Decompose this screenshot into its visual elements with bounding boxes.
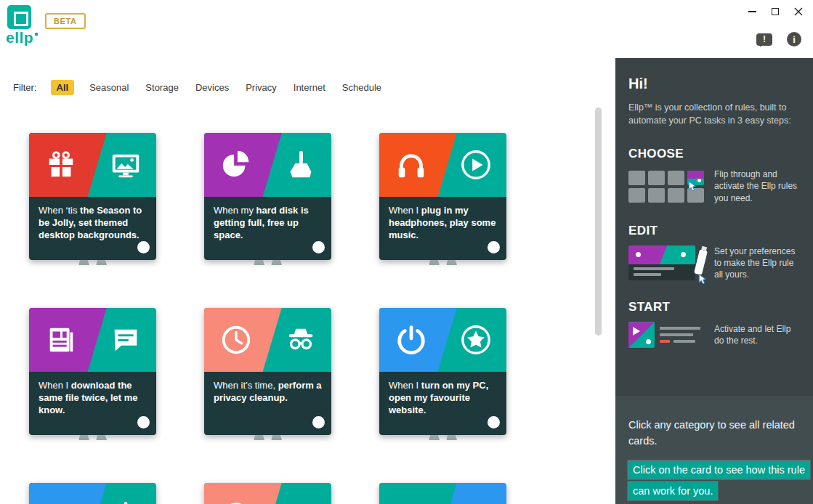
tip-card: Click on the card to see how this rule c… bbox=[628, 460, 810, 502]
sidebar-tip-panel: Click any category to see all related ca… bbox=[615, 396, 813, 504]
ellp-logo-icon bbox=[7, 5, 31, 29]
filter-tab-seasonal[interactable]: Seasonal bbox=[88, 80, 130, 95]
monitor-icon bbox=[109, 148, 142, 182]
filter-tab-privacy[interactable]: Privacy bbox=[244, 80, 278, 95]
step-start: Activate and let Ellp do the rest. bbox=[628, 322, 800, 348]
highlighted-tile bbox=[687, 171, 704, 185]
card-tabs bbox=[254, 260, 282, 265]
mini-card bbox=[628, 245, 695, 280]
filter-tab-schedule[interactable]: Schedule bbox=[341, 80, 383, 95]
gift-icon bbox=[44, 148, 78, 182]
step-title-choose: CHOOSE bbox=[628, 147, 800, 161]
card-description: When my hard disk is getting full, free … bbox=[204, 197, 331, 260]
news-icon bbox=[44, 323, 78, 357]
window-controls bbox=[740, 3, 810, 20]
card-toggle-dot[interactable] bbox=[488, 241, 500, 253]
card-tabs bbox=[78, 260, 107, 265]
filter-tab-internet[interactable]: Internet bbox=[292, 80, 327, 95]
mini-rule-tile bbox=[628, 322, 655, 348]
rule-card-free-disk-space[interactable]: When my hard disk is getting full, free … bbox=[204, 133, 331, 260]
scrollbar-thumb[interactable] bbox=[595, 107, 602, 336]
card-illustration bbox=[379, 133, 506, 197]
headphones-icon bbox=[395, 148, 428, 182]
card-description: When I plug in my headphones, play some … bbox=[379, 197, 506, 260]
beta-badge: BETA bbox=[45, 13, 86, 29]
star-icon bbox=[459, 323, 493, 357]
feedback-icon[interactable] bbox=[756, 33, 772, 46]
power-icon bbox=[395, 323, 428, 357]
card-tabs bbox=[429, 435, 457, 440]
rule-card-privacy-cleanup[interactable]: When it’s time, perform a privacy cleanu… bbox=[204, 308, 331, 435]
card-description: When I download the same file twice, let… bbox=[29, 372, 156, 435]
play-icon bbox=[459, 148, 493, 182]
card-illustration bbox=[29, 308, 156, 372]
step-text-edit: Set your preferences to make the Ellp ru… bbox=[714, 245, 800, 281]
filter-label: Filter: bbox=[13, 82, 37, 93]
start-card-illustration bbox=[628, 322, 705, 348]
card-toggle-dot[interactable] bbox=[312, 241, 325, 253]
card-illustration bbox=[29, 133, 156, 197]
rule-card-grid: When ‘tis the Season to be Jolly, set th… bbox=[29, 133, 506, 504]
cursor-icon bbox=[687, 181, 698, 192]
chat-icon bbox=[109, 323, 142, 357]
download-icon bbox=[109, 498, 142, 504]
fast-forward-icon bbox=[459, 498, 493, 504]
minimize-button[interactable] bbox=[740, 3, 764, 20]
tip-category: Click any category to see all related ca… bbox=[628, 418, 800, 450]
close-button[interactable] bbox=[787, 3, 810, 20]
info-icon[interactable] bbox=[787, 32, 801, 46]
filter-tab-all[interactable]: All bbox=[51, 80, 75, 95]
brand-name: ellp bbox=[6, 29, 38, 46]
broom-icon bbox=[284, 148, 317, 182]
list-icon bbox=[44, 498, 78, 504]
speaker-icon bbox=[395, 498, 428, 504]
rule-card-duplicate-download[interactable]: When I download the same file twice, let… bbox=[29, 308, 156, 435]
rule-card-headphones-music[interactable]: When I plug in my headphones, play some … bbox=[379, 133, 506, 260]
sidebar-steps-panel: Hi! Ellp™ is your collection of rules, b… bbox=[615, 58, 813, 348]
app-header: ellp BETA bbox=[0, 0, 813, 58]
card-illustration bbox=[204, 308, 331, 372]
step-title-edit: EDIT bbox=[628, 224, 800, 238]
card-illustration bbox=[29, 483, 156, 504]
rule-card-partial-1[interactable] bbox=[29, 483, 156, 504]
card-toggle-dot[interactable] bbox=[488, 416, 500, 428]
rule-card-favourite-website[interactable]: When I turn on my PC, open my favourite … bbox=[379, 308, 506, 435]
cursor-icon bbox=[697, 274, 708, 285]
sidebar-intro: Ellp™ is your collection of rules, built… bbox=[628, 101, 800, 127]
maximize-button[interactable] bbox=[764, 3, 787, 20]
choose-grid-illustration bbox=[628, 171, 705, 203]
filter-bar: Filter: All Seasonal Storage Devices Pri… bbox=[13, 80, 383, 95]
card-illustration bbox=[204, 133, 331, 197]
card-illustration bbox=[204, 483, 331, 504]
filter-tab-storage[interactable]: Storage bbox=[144, 80, 180, 95]
card-illustration bbox=[379, 308, 506, 372]
edit-card-illustration bbox=[628, 245, 705, 280]
card-toggle-dot[interactable] bbox=[137, 241, 150, 253]
card-toggle-dot[interactable] bbox=[312, 416, 325, 428]
card-tabs bbox=[254, 435, 282, 440]
card-description: When I turn on my PC, open my favourite … bbox=[379, 372, 506, 435]
card-tabs bbox=[78, 435, 107, 440]
rule-card-partial-3[interactable] bbox=[379, 483, 506, 504]
ring-icon bbox=[219, 498, 253, 504]
header-icons bbox=[756, 32, 801, 46]
arrow-up-icon bbox=[284, 498, 317, 504]
rule-card-seasonal-backgrounds[interactable]: When ‘tis the Season to be Jolly, set th… bbox=[29, 133, 156, 260]
card-description: When ‘tis the Season to be Jolly, set th… bbox=[29, 197, 156, 260]
sidebar-greeting: Hi! bbox=[628, 76, 800, 92]
step-choose: Flip through and activate the Ellp rules… bbox=[628, 168, 800, 204]
clock-icon bbox=[219, 323, 253, 357]
card-toggle-dot[interactable] bbox=[137, 416, 150, 428]
filter-tab-devices[interactable]: Devices bbox=[194, 80, 230, 95]
pen-icon bbox=[694, 249, 708, 275]
card-description: When it’s time, perform a privacy cleanu… bbox=[204, 372, 331, 435]
highlighted-tip: Click on the card to see how this rule c… bbox=[628, 461, 809, 500]
rule-card-partial-2[interactable] bbox=[204, 483, 331, 504]
card-illustration bbox=[379, 483, 506, 504]
step-text-start: Activate and let Ellp do the rest. bbox=[714, 323, 800, 346]
step-title-start: START bbox=[628, 300, 800, 314]
card-tabs bbox=[429, 260, 457, 265]
close-icon bbox=[794, 7, 803, 16]
pie-chart-icon bbox=[219, 148, 253, 182]
step-text-choose: Flip through and activate the Ellp rules… bbox=[714, 168, 800, 204]
